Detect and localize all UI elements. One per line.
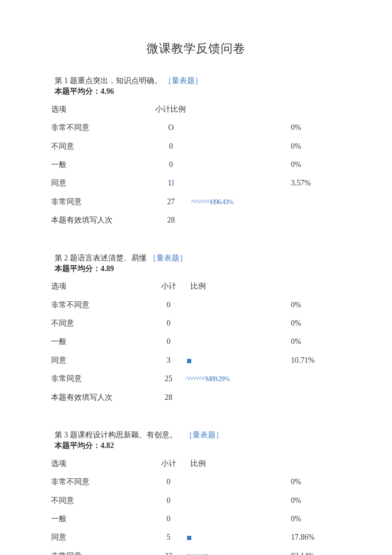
opt-label: 同意 [51,174,151,192]
table-valid-row: 本题有效填写人次 28 [51,388,341,407]
question-2-num: 第 2 题 [55,254,78,262]
question-3-num: 第 3 题 [55,431,78,439]
opt-pct: 3.57% [291,174,341,192]
question-1-avg: 本题平均分：4.96 [51,87,341,96]
opt-label: 不同意 [51,137,151,156]
question-2-title: 第 2 题语言表述清楚、易懂 ［量表题］ [51,253,341,263]
opt-pct: 0% [291,119,341,137]
valid-label: 本题有效填写人次 [51,211,151,229]
header-bar [191,100,291,119]
header-count: 小计比例 [151,100,191,119]
bar-square-icon [187,536,191,540]
avg-label: 本题平均分： [55,441,101,450]
opt-label: 非常同意 [51,547,151,555]
table-valid-row: 本题有效填写人次 28 [51,211,341,229]
opt-bar: ^^^^^^^M89.29% [186,370,291,388]
avg-label: 本题平均分： [55,87,101,95]
page-title: 微课教学反馈问卷 [51,40,341,57]
opt-count: 0 [151,491,186,510]
avg-label: 本题平均分： [55,264,101,273]
header-count: 小计 [151,277,186,295]
opt-pct: 0% [291,156,341,174]
question-1-num: 第 1 题 [55,76,78,85]
bar-square-icon [187,359,191,363]
opt-label: 非常同意 [51,193,151,211]
question-3-title: 第 3 题课程设计构思新颖、有创意。 ［量表题］ [51,430,341,440]
header-pct [291,100,341,119]
header-option: 选项 [51,100,151,119]
header-option: 选项 [51,454,151,473]
opt-count: 0 [151,332,186,351]
opt-pct: 0% [291,473,341,491]
valid-label: 本题有效填写人次 [51,388,151,407]
opt-label: 一般 [51,332,151,351]
table-header-row: 选项 小计比例 [51,100,341,119]
opt-bar [186,473,291,491]
opt-bar [191,119,291,137]
question-1: 第 1 题重点突出，知识点明确。 ［量表题］ 本题平均分：4.96 选项 小计比… [51,76,341,230]
table-row: 非常同意 23 ^^^^^^ 82.14% [51,547,341,555]
question-1-tag: ［量表题］ [164,76,202,85]
table-row: 一般 0 0% [51,332,341,351]
opt-pct: 82.14% [291,547,341,555]
opt-count: 0 [151,137,191,156]
question-3-table: 选项 小计 比例 非常不同意 0 0% 不同意 0 0% 一般 0 [51,454,341,555]
opt-label: 不同意 [51,314,151,332]
valid-count: 28 [151,211,191,229]
bar-text: ^^^^^^^M89.29% [186,375,230,382]
opt-label: 不同意 [51,491,151,510]
opt-pct: 0% [291,332,341,351]
bar-text: ^^^^^^^H96.43% [191,198,233,205]
opt-bar [186,296,291,314]
opt-label: 非常同意 [51,370,151,388]
avg-value: 4.96 [101,87,114,95]
opt-label: 同意 [51,351,151,370]
opt-count: 0 [151,510,186,528]
table-row: 同意 1I 3.57% [51,174,341,192]
opt-bar [186,351,291,370]
opt-count: 27 [151,193,191,211]
table-header-row: 选项 小计 比例 [51,454,341,473]
opt-bar [186,510,291,528]
question-2: 第 2 题语言表述清楚、易懂 ［量表题］ 本题平均分：4.89 选项 小计 比例… [51,253,341,407]
question-1-table: 选项 小计比例 非常不同意 O 0% 不同意 0 0% 一般 0 [51,100,341,230]
question-3-avg: 本题平均分：4.82 [51,441,341,451]
table-row: 不同意 0 0% [51,314,341,332]
header-ratio: 比例 [186,277,291,295]
question-3-tag: ［量表题］ [185,431,223,439]
avg-value: 4.89 [101,264,114,273]
table-row: 同意 3 10.71% [51,351,341,370]
opt-label: 非常不同意 [51,119,151,137]
table-row: 一般 0 0% [51,510,341,528]
question-1-title: 第 1 题重点突出，知识点明确。 ［量表题］ [51,76,341,86]
opt-pct: 0% [291,491,341,510]
opt-label: 一般 [51,510,151,528]
opt-bar [186,528,291,546]
opt-count: 0 [151,314,186,332]
header-ratio: 比例 [186,454,291,473]
opt-label: 一般 [51,156,151,174]
opt-bar [186,314,291,332]
opt-count: 1I [151,174,191,192]
opt-pct: 17.86% [291,528,341,546]
question-2-table: 选项 小计 比例 非常不同意 0 0% 不同意 0 0% 一般 0 [51,277,341,407]
opt-pct: 0% [291,296,341,314]
question-3-text: 课程设计构思新颖、有创意。 [78,431,177,439]
page: 微课教学反馈问卷 第 1 题重点突出，知识点明确。 ［量表题］ 本题平均分：4.… [0,0,392,555]
table-row: 非常不同意 0 0% [51,296,341,314]
opt-count: 5 [151,528,186,546]
table-row: 同意 5 17.86% [51,528,341,546]
header-option: 选项 [51,277,151,295]
opt-count: 3 [151,351,186,370]
valid-count: 28 [151,388,186,407]
opt-count: 25 [151,370,186,388]
opt-pct: 0% [291,314,341,332]
question-1-text: 重点突出，知识点明确。 [78,76,162,85]
header-count: 小计 [151,454,186,473]
question-2-tag: ［量表题］ [149,254,187,262]
opt-label: 非常不同意 [51,473,151,491]
bar-text: ^^^^^^ [186,552,203,555]
table-row: 非常同意 25 ^^^^^^^M89.29% [51,370,341,388]
table-header-row: 选项 小计 比例 [51,277,341,295]
table-row: 不同意 0 0% [51,137,341,156]
